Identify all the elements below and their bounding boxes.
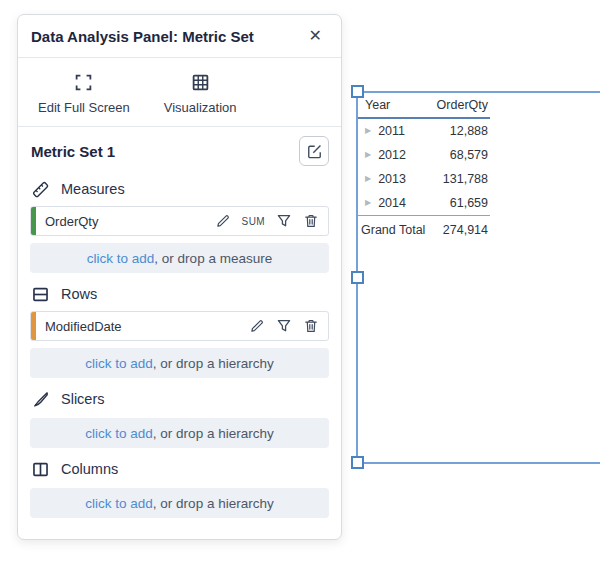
edit-in-square-icon — [306, 143, 323, 160]
aggregate-label[interactable]: SUM — [242, 216, 265, 227]
canvas: Year OrderQty ▶2011 12,888 ▶2012 68,579 … — [0, 0, 600, 564]
drop-hint: , or drop a hierarchy — [153, 426, 274, 441]
click-to-add-link[interactable]: click to add — [85, 426, 153, 441]
close-button[interactable]: ✕ — [303, 26, 328, 46]
rows-title: Rows — [61, 286, 97, 302]
value-cell: 61,659 — [450, 196, 490, 210]
drop-hint: , or drop a hierarchy — [153, 496, 274, 511]
measures-title: Measures — [61, 181, 125, 197]
expand-icon[interactable]: ▶ — [365, 199, 371, 207]
add-measure-bar[interactable]: click to add, or drop a measure — [30, 243, 329, 273]
grand-total-label: Grand Total — [358, 223, 443, 237]
columns-title: Columns — [61, 461, 118, 477]
value-cell: 12,888 — [450, 124, 490, 138]
knife-icon — [31, 390, 50, 409]
add-column-hierarchy-bar[interactable]: click to add, or drop a hierarchy — [30, 488, 329, 518]
fullscreen-icon — [74, 73, 93, 92]
table-row[interactable]: ▶2013 131,788 — [358, 167, 490, 191]
selection-handle-mid-left[interactable] — [351, 271, 364, 284]
panel-toolbar: Edit Full Screen Visualization — [18, 58, 341, 127]
drop-hint: , or drop a measure — [154, 251, 272, 266]
selection-handle-bottom-left[interactable] — [351, 456, 364, 469]
data-analysis-panel: Data Analysis Panel: Metric Set ✕ Edit F… — [17, 14, 342, 540]
panel-title: Data Analysis Panel: Metric Set — [31, 28, 254, 45]
click-to-add-link[interactable]: click to add — [85, 356, 153, 371]
expand-icon[interactable]: ▶ — [365, 127, 371, 135]
expand-icon[interactable]: ▶ — [365, 151, 371, 159]
visualization-label: Visualization — [164, 100, 237, 115]
edit-metric-set-button[interactable] — [299, 136, 329, 166]
filter-measure-icon[interactable] — [276, 213, 292, 229]
value-cell: 68,579 — [450, 148, 490, 162]
ruler-icon — [31, 180, 50, 199]
table-row[interactable]: ▶2014 61,659 — [358, 191, 490, 215]
section-measures: Measures — [31, 177, 327, 201]
add-row-hierarchy-bar[interactable]: click to add, or drop a hierarchy — [30, 348, 329, 378]
measure-name: OrderQty — [36, 214, 215, 229]
edit-full-screen-label: Edit Full Screen — [38, 100, 130, 115]
row-field-modifieddate[interactable]: ModifiedDate — [30, 311, 329, 341]
grand-total-value: 274,914 — [443, 223, 490, 237]
selection-border-bottom — [357, 462, 600, 464]
hierarchy-name: ModifiedDate — [36, 319, 249, 334]
table-row[interactable]: ▶2012 68,579 — [358, 143, 490, 167]
close-icon: ✕ — [309, 27, 322, 44]
metric-set-header: Metric Set 1 — [18, 127, 341, 168]
table-row[interactable]: ▶2011 12,888 — [358, 119, 490, 143]
slicers-title: Slicers — [61, 391, 105, 407]
section-slicers: Slicers — [31, 387, 327, 411]
year-cell: 2011 — [378, 124, 405, 138]
columns-icon — [31, 460, 50, 479]
filter-hierarchy-icon[interactable] — [276, 318, 292, 334]
panel-title-bar: Data Analysis Panel: Metric Set ✕ — [18, 15, 341, 58]
year-cell: 2013 — [378, 172, 406, 186]
click-to-add-link[interactable]: click to add — [85, 496, 153, 511]
visualization-button[interactable]: Visualization — [156, 73, 245, 115]
delete-measure-icon[interactable] — [303, 213, 319, 229]
edit-full-screen-button[interactable]: Edit Full Screen — [30, 73, 138, 115]
visualization-grid-icon — [191, 73, 210, 92]
value-cell: 131,788 — [443, 172, 490, 186]
rows-icon — [31, 285, 50, 304]
click-to-add-link[interactable]: click to add — [87, 251, 155, 266]
drop-hint: , or drop a hierarchy — [153, 356, 274, 371]
delete-hierarchy-icon[interactable] — [303, 318, 319, 334]
edit-measure-icon[interactable] — [215, 213, 231, 229]
edit-hierarchy-icon[interactable] — [249, 318, 265, 334]
year-cell: 2014 — [378, 196, 406, 210]
expand-icon[interactable]: ▶ — [365, 175, 371, 183]
column-header-orderqty[interactable]: OrderQty — [437, 98, 490, 112]
add-slicer-bar[interactable]: click to add, or drop a hierarchy — [30, 418, 329, 448]
column-header-year[interactable]: Year — [358, 98, 437, 112]
table-header-row: Year OrderQty — [358, 93, 490, 119]
section-rows: Rows — [31, 282, 327, 306]
measure-field-orderqty[interactable]: OrderQty SUM — [30, 206, 329, 236]
year-cell: 2012 — [378, 148, 406, 162]
table-visualization[interactable]: Year OrderQty ▶2011 12,888 ▶2012 68,579 … — [358, 93, 490, 243]
metric-set-title: Metric Set 1 — [31, 143, 115, 160]
grand-total-row: Grand Total 274,914 — [358, 215, 490, 243]
section-columns: Columns — [31, 457, 327, 481]
